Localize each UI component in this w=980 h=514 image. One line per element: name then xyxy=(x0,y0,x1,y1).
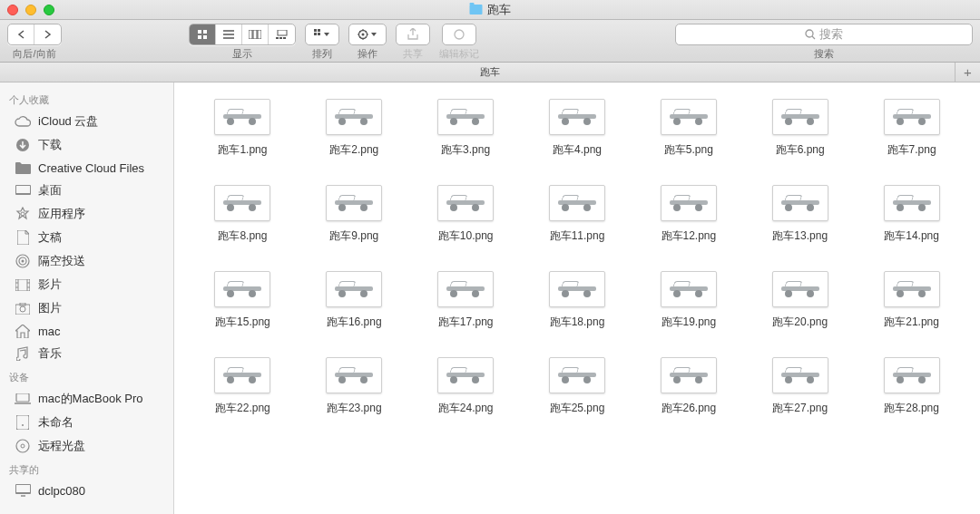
list-view-button[interactable] xyxy=(216,24,242,44)
file-name: 跑车6.png xyxy=(776,142,825,158)
file-item[interactable]: 跑车16.png xyxy=(304,271,405,330)
view-label: 显示 xyxy=(232,47,252,61)
action-button[interactable] xyxy=(348,24,387,45)
file-thumbnail xyxy=(437,99,494,135)
file-item[interactable]: 跑车11.png xyxy=(527,185,628,244)
tags-button[interactable] xyxy=(442,24,476,45)
folder-icon xyxy=(15,160,31,175)
svg-point-33 xyxy=(16,440,29,452)
file-item[interactable]: 跑车14.png xyxy=(861,185,962,244)
sidebar-section-header: 共享的 xyxy=(0,458,173,480)
file-name: 跑车28.png xyxy=(884,401,939,416)
file-thumbnail xyxy=(437,357,494,393)
file-item[interactable]: 跑车12.png xyxy=(638,185,739,244)
file-item[interactable]: 跑车3.png xyxy=(416,99,516,158)
folder-icon xyxy=(470,5,483,15)
file-item[interactable]: 跑车15.png xyxy=(192,271,293,330)
file-item[interactable]: 跑车27.png xyxy=(750,357,850,416)
file-item[interactable]: 跑车26.png xyxy=(638,357,739,416)
svg-point-16 xyxy=(362,34,365,36)
file-name: 跑车22.png xyxy=(215,401,270,416)
gallery-view-button[interactable] xyxy=(269,24,295,44)
sidebar-item-desktop[interactable]: 桌面 xyxy=(0,179,173,202)
file-thumbnail xyxy=(772,99,828,135)
doc-icon xyxy=(15,230,31,245)
file-item[interactable]: 跑车2.png xyxy=(304,99,405,158)
file-item[interactable]: 跑车8.png xyxy=(192,185,293,244)
file-item[interactable]: 跑车1.png xyxy=(192,99,293,158)
sidebar-item-label: 应用程序 xyxy=(38,206,85,222)
sidebar-item-apps[interactable]: 应用程序 xyxy=(0,202,173,226)
file-name: 跑车7.png xyxy=(887,142,936,158)
search-input[interactable]: 搜索 xyxy=(675,24,973,45)
file-thumbnail xyxy=(437,185,494,221)
toolbar: 向后/向前 显示 排列 操作 共享 编辑标记 搜索 搜索 xyxy=(0,20,980,63)
file-item[interactable]: 跑车21.png xyxy=(861,271,962,330)
sidebar-section-header: 个人收藏 xyxy=(0,88,173,110)
add-tab-button[interactable]: + xyxy=(955,63,980,82)
file-thumbnail xyxy=(884,99,940,135)
file-item[interactable]: 跑车5.png xyxy=(638,99,739,158)
file-name: 跑车19.png xyxy=(662,315,717,330)
file-item[interactable]: 跑车9.png xyxy=(304,185,405,244)
arrange-button[interactable] xyxy=(305,24,339,45)
file-item[interactable]: 跑车28.png xyxy=(861,357,962,416)
file-thumbnail xyxy=(772,185,828,221)
svg-rect-21 xyxy=(16,186,30,193)
svg-rect-6 xyxy=(258,30,261,39)
sidebar-item-label: 桌面 xyxy=(38,182,62,199)
sidebar-item-laptop[interactable]: mac的MacBook Pro xyxy=(0,387,173,411)
sidebar-item-movies[interactable]: 影片 xyxy=(0,273,173,296)
action-label: 操作 xyxy=(358,47,377,61)
sidebar-item-doc[interactable]: 文稿 xyxy=(0,226,173,249)
sidebar-item-music[interactable]: 音乐 xyxy=(0,342,173,365)
share-button[interactable] xyxy=(396,24,430,45)
file-item[interactable]: 跑车22.png xyxy=(192,357,293,416)
file-item[interactable]: 跑车6.png xyxy=(750,99,850,158)
file-thumbnail xyxy=(772,357,828,393)
minimize-window-button[interactable] xyxy=(25,5,36,15)
sidebar-item-disc[interactable]: 远程光盘 xyxy=(0,434,173,458)
file-item[interactable]: 跑车4.png xyxy=(527,99,628,158)
file-item[interactable]: 跑车10.png xyxy=(416,185,516,244)
tags-label: 编辑标记 xyxy=(439,47,479,61)
movies-icon xyxy=(15,277,31,292)
sidebar-item-download[interactable]: 下载 xyxy=(0,133,173,157)
svg-rect-30 xyxy=(16,393,29,402)
file-thumbnail xyxy=(214,357,270,393)
svg-rect-4 xyxy=(249,30,252,39)
file-thumbnail xyxy=(214,271,270,307)
sidebar-item-airdrop[interactable]: 隔空投送 xyxy=(0,249,173,273)
svg-rect-14 xyxy=(318,33,320,35)
sidebar-item-folder[interactable]: Creative Cloud Files xyxy=(0,157,173,179)
icon-view-button[interactable] xyxy=(190,24,216,44)
file-item[interactable]: 跑车7.png xyxy=(861,99,962,158)
back-button[interactable] xyxy=(8,24,34,44)
file-item[interactable]: 跑车20.png xyxy=(750,271,850,330)
sidebar-item-disk[interactable]: 未命名 xyxy=(0,411,173,434)
file-item[interactable]: 跑车25.png xyxy=(527,357,628,416)
pictures-icon xyxy=(15,301,31,315)
file-name: 跑车20.png xyxy=(772,315,828,330)
file-thumbnail xyxy=(772,271,828,307)
file-item[interactable]: 跑车17.png xyxy=(416,271,516,330)
file-item[interactable]: 跑车13.png xyxy=(750,185,850,244)
sidebar-item-cloud[interactable]: iCloud 云盘 xyxy=(0,110,173,133)
file-item[interactable]: 跑车23.png xyxy=(304,357,405,416)
nav-label: 向后/向前 xyxy=(13,47,55,61)
file-item[interactable]: 跑车24.png xyxy=(416,357,516,416)
svg-point-34 xyxy=(21,444,24,448)
pathbar-current[interactable]: 跑车 xyxy=(480,65,500,79)
titlebar: 跑车 xyxy=(0,0,980,20)
sidebar-item-pictures[interactable]: 图片 xyxy=(0,296,173,320)
file-item[interactable]: 跑车19.png xyxy=(638,271,739,330)
file-item[interactable]: 跑车18.png xyxy=(527,271,628,330)
file-content-area[interactable]: 跑车1.png跑车2.png跑车3.png跑车4.png跑车5.png跑车6.p… xyxy=(174,82,980,514)
forward-button[interactable] xyxy=(34,24,61,44)
svg-rect-0 xyxy=(198,30,201,34)
column-view-button[interactable] xyxy=(242,24,269,44)
maximize-window-button[interactable] xyxy=(44,5,54,15)
close-window-button[interactable] xyxy=(7,5,18,15)
sidebar-item-home[interactable]: mac xyxy=(0,320,173,342)
sidebar-item-screen[interactable]: dclpc080 xyxy=(0,480,173,501)
